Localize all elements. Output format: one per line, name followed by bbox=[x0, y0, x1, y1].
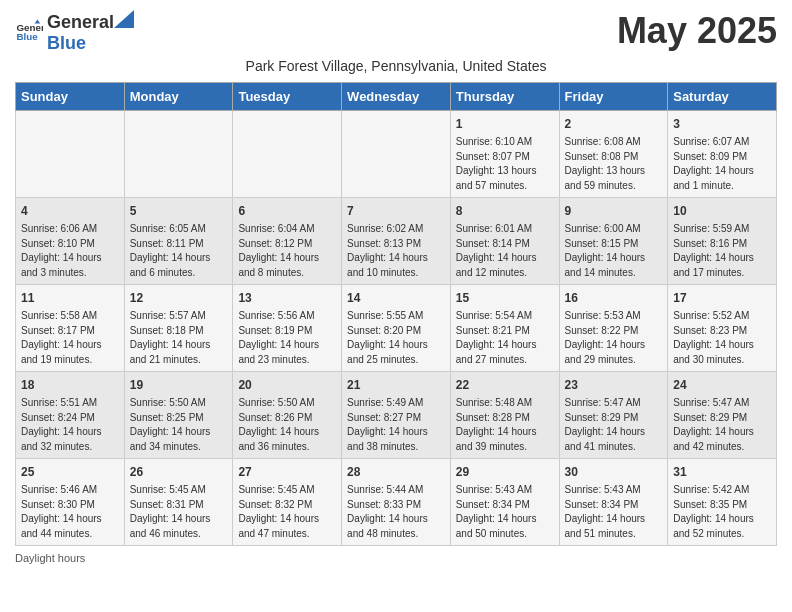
calendar-cell: 20Sunrise: 5:50 AMSunset: 8:26 PMDayligh… bbox=[233, 372, 342, 459]
calendar-cell: 7Sunrise: 6:02 AMSunset: 8:13 PMDaylight… bbox=[342, 198, 451, 285]
calendar-cell bbox=[124, 111, 233, 198]
calendar-cell bbox=[16, 111, 125, 198]
day-number: 26 bbox=[130, 463, 228, 481]
calendar-cell: 18Sunrise: 5:51 AMSunset: 8:24 PMDayligh… bbox=[16, 372, 125, 459]
day-info: Sunrise: 5:43 AMSunset: 8:34 PMDaylight:… bbox=[456, 483, 554, 541]
footer-note: Daylight hours bbox=[15, 552, 777, 564]
logo-icon: General Blue bbox=[15, 18, 43, 46]
logo-triangle-icon bbox=[114, 10, 134, 28]
location-title: Park Forest Village, Pennsylvania, Unite… bbox=[15, 58, 777, 74]
day-number: 20 bbox=[238, 376, 336, 394]
day-number: 12 bbox=[130, 289, 228, 307]
calendar-cell: 10Sunrise: 5:59 AMSunset: 8:16 PMDayligh… bbox=[668, 198, 777, 285]
month-title: May 2025 bbox=[617, 10, 777, 52]
calendar-cell: 28Sunrise: 5:44 AMSunset: 8:33 PMDayligh… bbox=[342, 459, 451, 546]
day-info: Sunrise: 6:10 AMSunset: 8:07 PMDaylight:… bbox=[456, 135, 554, 193]
day-info: Sunrise: 5:44 AMSunset: 8:33 PMDaylight:… bbox=[347, 483, 445, 541]
calendar-week-row: 1Sunrise: 6:10 AMSunset: 8:07 PMDaylight… bbox=[16, 111, 777, 198]
day-info: Sunrise: 5:50 AMSunset: 8:25 PMDaylight:… bbox=[130, 396, 228, 454]
calendar-week-row: 18Sunrise: 5:51 AMSunset: 8:24 PMDayligh… bbox=[16, 372, 777, 459]
calendar-cell: 6Sunrise: 6:04 AMSunset: 8:12 PMDaylight… bbox=[233, 198, 342, 285]
day-info: Sunrise: 5:58 AMSunset: 8:17 PMDaylight:… bbox=[21, 309, 119, 367]
day-info: Sunrise: 6:00 AMSunset: 8:15 PMDaylight:… bbox=[565, 222, 663, 280]
day-number: 11 bbox=[21, 289, 119, 307]
day-number: 30 bbox=[565, 463, 663, 481]
day-info: Sunrise: 5:45 AMSunset: 8:31 PMDaylight:… bbox=[130, 483, 228, 541]
day-info: Sunrise: 5:47 AMSunset: 8:29 PMDaylight:… bbox=[565, 396, 663, 454]
day-number: 5 bbox=[130, 202, 228, 220]
calendar-cell: 23Sunrise: 5:47 AMSunset: 8:29 PMDayligh… bbox=[559, 372, 668, 459]
calendar-cell: 17Sunrise: 5:52 AMSunset: 8:23 PMDayligh… bbox=[668, 285, 777, 372]
day-number: 9 bbox=[565, 202, 663, 220]
logo: General Blue General Blue bbox=[15, 10, 134, 54]
calendar-cell: 5Sunrise: 6:05 AMSunset: 8:11 PMDaylight… bbox=[124, 198, 233, 285]
day-header-tuesday: Tuesday bbox=[233, 83, 342, 111]
day-number: 14 bbox=[347, 289, 445, 307]
day-info: Sunrise: 5:45 AMSunset: 8:32 PMDaylight:… bbox=[238, 483, 336, 541]
calendar-cell: 15Sunrise: 5:54 AMSunset: 8:21 PMDayligh… bbox=[450, 285, 559, 372]
day-info: Sunrise: 5:46 AMSunset: 8:30 PMDaylight:… bbox=[21, 483, 119, 541]
day-info: Sunrise: 5:42 AMSunset: 8:35 PMDaylight:… bbox=[673, 483, 771, 541]
calendar-cell: 2Sunrise: 6:08 AMSunset: 8:08 PMDaylight… bbox=[559, 111, 668, 198]
calendar-cell: 12Sunrise: 5:57 AMSunset: 8:18 PMDayligh… bbox=[124, 285, 233, 372]
calendar-cell: 9Sunrise: 6:00 AMSunset: 8:15 PMDaylight… bbox=[559, 198, 668, 285]
day-info: Sunrise: 5:54 AMSunset: 8:21 PMDaylight:… bbox=[456, 309, 554, 367]
day-info: Sunrise: 5:57 AMSunset: 8:18 PMDaylight:… bbox=[130, 309, 228, 367]
calendar-table: SundayMondayTuesdayWednesdayThursdayFrid… bbox=[15, 82, 777, 546]
day-info: Sunrise: 5:52 AMSunset: 8:23 PMDaylight:… bbox=[673, 309, 771, 367]
day-number: 31 bbox=[673, 463, 771, 481]
calendar-cell bbox=[342, 111, 451, 198]
calendar-cell: 8Sunrise: 6:01 AMSunset: 8:14 PMDaylight… bbox=[450, 198, 559, 285]
calendar-cell: 31Sunrise: 5:42 AMSunset: 8:35 PMDayligh… bbox=[668, 459, 777, 546]
calendar-week-row: 11Sunrise: 5:58 AMSunset: 8:17 PMDayligh… bbox=[16, 285, 777, 372]
day-number: 4 bbox=[21, 202, 119, 220]
day-number: 3 bbox=[673, 115, 771, 133]
day-number: 2 bbox=[565, 115, 663, 133]
day-number: 13 bbox=[238, 289, 336, 307]
calendar-cell: 21Sunrise: 5:49 AMSunset: 8:27 PMDayligh… bbox=[342, 372, 451, 459]
calendar-cell: 3Sunrise: 6:07 AMSunset: 8:09 PMDaylight… bbox=[668, 111, 777, 198]
day-info: Sunrise: 6:01 AMSunset: 8:14 PMDaylight:… bbox=[456, 222, 554, 280]
calendar-cell: 11Sunrise: 5:58 AMSunset: 8:17 PMDayligh… bbox=[16, 285, 125, 372]
svg-text:Blue: Blue bbox=[16, 31, 38, 42]
day-number: 1 bbox=[456, 115, 554, 133]
day-number: 7 bbox=[347, 202, 445, 220]
logo-blue-text: Blue bbox=[47, 33, 86, 53]
day-header-sunday: Sunday bbox=[16, 83, 125, 111]
day-header-wednesday: Wednesday bbox=[342, 83, 451, 111]
day-number: 10 bbox=[673, 202, 771, 220]
day-info: Sunrise: 6:08 AMSunset: 8:08 PMDaylight:… bbox=[565, 135, 663, 193]
day-info: Sunrise: 5:43 AMSunset: 8:34 PMDaylight:… bbox=[565, 483, 663, 541]
day-number: 6 bbox=[238, 202, 336, 220]
day-number: 22 bbox=[456, 376, 554, 394]
calendar-week-row: 4Sunrise: 6:06 AMSunset: 8:10 PMDaylight… bbox=[16, 198, 777, 285]
day-number: 16 bbox=[565, 289, 663, 307]
day-info: Sunrise: 6:06 AMSunset: 8:10 PMDaylight:… bbox=[21, 222, 119, 280]
calendar-cell: 1Sunrise: 6:10 AMSunset: 8:07 PMDaylight… bbox=[450, 111, 559, 198]
calendar-cell: 26Sunrise: 5:45 AMSunset: 8:31 PMDayligh… bbox=[124, 459, 233, 546]
day-number: 15 bbox=[456, 289, 554, 307]
day-info: Sunrise: 5:47 AMSunset: 8:29 PMDaylight:… bbox=[673, 396, 771, 454]
day-info: Sunrise: 5:59 AMSunset: 8:16 PMDaylight:… bbox=[673, 222, 771, 280]
day-number: 17 bbox=[673, 289, 771, 307]
day-info: Sunrise: 5:51 AMSunset: 8:24 PMDaylight:… bbox=[21, 396, 119, 454]
svg-marker-3 bbox=[114, 10, 134, 28]
calendar-cell: 14Sunrise: 5:55 AMSunset: 8:20 PMDayligh… bbox=[342, 285, 451, 372]
calendar-cell bbox=[233, 111, 342, 198]
day-number: 24 bbox=[673, 376, 771, 394]
day-number: 21 bbox=[347, 376, 445, 394]
day-header-monday: Monday bbox=[124, 83, 233, 111]
day-header-thursday: Thursday bbox=[450, 83, 559, 111]
day-number: 29 bbox=[456, 463, 554, 481]
calendar-cell: 19Sunrise: 5:50 AMSunset: 8:25 PMDayligh… bbox=[124, 372, 233, 459]
calendar-cell: 27Sunrise: 5:45 AMSunset: 8:32 PMDayligh… bbox=[233, 459, 342, 546]
day-info: Sunrise: 5:56 AMSunset: 8:19 PMDaylight:… bbox=[238, 309, 336, 367]
calendar-cell: 29Sunrise: 5:43 AMSunset: 8:34 PMDayligh… bbox=[450, 459, 559, 546]
day-header-friday: Friday bbox=[559, 83, 668, 111]
calendar-cell: 30Sunrise: 5:43 AMSunset: 8:34 PMDayligh… bbox=[559, 459, 668, 546]
calendar-week-row: 25Sunrise: 5:46 AMSunset: 8:30 PMDayligh… bbox=[16, 459, 777, 546]
day-number: 28 bbox=[347, 463, 445, 481]
day-number: 23 bbox=[565, 376, 663, 394]
day-info: Sunrise: 5:50 AMSunset: 8:26 PMDaylight:… bbox=[238, 396, 336, 454]
calendar-cell: 24Sunrise: 5:47 AMSunset: 8:29 PMDayligh… bbox=[668, 372, 777, 459]
